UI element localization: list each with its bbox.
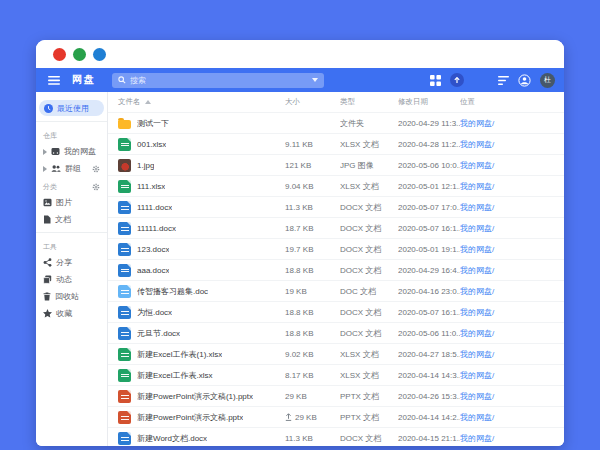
sidebar-item-groups[interactable]: 群组 <box>36 160 107 177</box>
upload-button[interactable] <box>450 73 464 87</box>
table-row[interactable]: 1.jpg 121 KB JPG 图像 2020-05-06 10:0... 我… <box>108 154 564 175</box>
file-name: 11111.docx <box>137 224 176 233</box>
file-type: XLSX 文档 <box>340 139 398 150</box>
table-row[interactable]: 123.docx 19.7 KB DOCX 文档 2020-05-01 19:1… <box>108 238 564 259</box>
file-modified-date: 2020-04-28 11:2... <box>398 140 460 149</box>
gear-icon[interactable] <box>92 165 100 173</box>
table-row[interactable]: aaa.docx 18.8 KB DOCX 文档 2020-04-29 16:4… <box>108 259 564 280</box>
sidebar-item-activity[interactable]: 动态 <box>36 271 107 288</box>
file-size: 18.8 KB <box>285 329 313 338</box>
location-link[interactable]: 我的网盘/ <box>460 140 494 149</box>
file-type-icon <box>118 285 131 298</box>
app-window: 网盘 杜 <box>36 40 564 446</box>
location-link[interactable]: 我的网盘/ <box>460 119 494 128</box>
minimize-window-button[interactable] <box>73 48 86 61</box>
table-row[interactable]: 001.xlsx 9.11 KB XLSX 文档 2020-04-28 11:2… <box>108 133 564 154</box>
hamburger-menu-icon[interactable] <box>47 76 61 85</box>
search-input[interactable] <box>130 73 308 88</box>
close-window-button[interactable] <box>53 48 66 61</box>
table-row[interactable]: 传智播客习题集.doc 19 KB DOC 文档 2020-04-16 23:0… <box>108 280 564 301</box>
file-type-icon <box>118 222 131 235</box>
file-modified-date: 2020-05-01 12:1... <box>398 182 460 191</box>
file-modified-date: 2020-04-29 11:3... <box>398 119 460 128</box>
location-link[interactable]: 我的网盘/ <box>460 308 494 317</box>
expand-caret-icon[interactable] <box>43 166 47 172</box>
file-size: 29 KB <box>285 392 307 401</box>
location-link[interactable]: 我的网盘/ <box>460 161 494 170</box>
sidebar-item-trash[interactable]: 回收站 <box>36 288 107 305</box>
file-type: PPTX 文档 <box>340 391 398 402</box>
location-link[interactable]: 我的网盘/ <box>460 224 494 233</box>
table-row[interactable]: 元旦节.docx 18.8 KB DOCX 文档 2020-05-06 11:0… <box>108 322 564 343</box>
window-titlebar <box>36 40 564 68</box>
column-header-location[interactable]: 位置 <box>460 97 564 107</box>
file-type-icon <box>118 180 131 193</box>
sidebar-item-documents[interactable]: 文档 <box>36 211 107 228</box>
file-modified-date: 2020-05-07 17:0... <box>398 203 460 212</box>
sidebar-item-share[interactable]: 分享 <box>36 254 107 271</box>
table-row[interactable]: 1111.docx 11.3 KB DOCX 文档 2020-05-07 17:… <box>108 196 564 217</box>
apps-grid-icon[interactable] <box>430 75 441 86</box>
table-row[interactable]: 新建Word文档.docx 11.3 KB DOCX 文档 2020-04-15… <box>108 427 564 446</box>
file-type: DOCX 文档 <box>340 244 398 255</box>
table-header: 文件名 大小 类型 修改日期 位置 <box>108 92 564 112</box>
location-link[interactable]: 我的网盘/ <box>460 245 494 254</box>
sidebar-item-my-drive[interactable]: 我的网盘 <box>36 143 107 160</box>
account-icon[interactable] <box>518 74 531 87</box>
location-link[interactable]: 我的网盘/ <box>460 392 494 401</box>
file-size: 19 KB <box>285 287 307 296</box>
location-link[interactable]: 我的网盘/ <box>460 182 494 191</box>
file-name: 新建Excel工作表.xlsx <box>137 370 213 381</box>
table-row[interactable]: 新建PowerPoint演示文稿(1).pptx 29 KB PPTX 文档 2… <box>108 385 564 406</box>
sort-caret-icon[interactable] <box>145 100 151 104</box>
file-type: DOC 文档 <box>340 286 398 297</box>
table-row[interactable]: 新建Excel工作表(1).xlsx 9.02 KB XLSX 文档 2020-… <box>108 343 564 364</box>
location-link[interactable]: 我的网盘/ <box>460 371 494 380</box>
file-type-icon <box>118 348 131 361</box>
file-type-icon <box>118 306 131 319</box>
location-link[interactable]: 我的网盘/ <box>460 287 494 296</box>
table-row[interactable]: 11111.docx 18.7 KB DOCX 文档 2020-05-07 16… <box>108 217 564 238</box>
maximize-window-button[interactable] <box>93 48 106 61</box>
location-link[interactable]: 我的网盘/ <box>460 329 494 338</box>
location-link[interactable]: 我的网盘/ <box>460 434 494 443</box>
column-header-name[interactable]: 文件名 <box>108 97 285 107</box>
location-link[interactable]: 我的网盘/ <box>460 350 494 359</box>
search-filter-caret-icon[interactable] <box>312 78 318 82</box>
file-name: 为恒.docx <box>137 307 172 318</box>
file-size: 8.17 KB <box>285 371 313 380</box>
avatar[interactable]: 杜 <box>540 73 555 88</box>
file-type-icon <box>118 138 131 151</box>
app-header: 网盘 杜 <box>36 68 564 92</box>
table-row[interactable]: 为恒.docx 18.8 KB DOCX 文档 2020-05-07 16:1.… <box>108 301 564 322</box>
file-name: aaa.docx <box>137 266 169 275</box>
sidebar-item-recent[interactable]: 最近使用 <box>39 100 104 116</box>
file-modified-date: 2020-04-14 14:2... <box>398 413 460 422</box>
sidebar-item-favorites[interactable]: 收藏 <box>36 305 107 322</box>
gear-icon[interactable] <box>92 183 100 191</box>
table-row[interactable]: 新建PowerPoint演示文稿.pptx 29 KB PPTX 文档 2020… <box>108 406 564 427</box>
search-box[interactable] <box>112 73 324 88</box>
sort-list-icon[interactable] <box>498 76 509 85</box>
column-header-date[interactable]: 修改日期 <box>398 97 460 107</box>
sidebar-item-images[interactable]: 图片 <box>36 194 107 211</box>
upload-indicator-icon <box>285 413 292 421</box>
column-header-type[interactable]: 类型 <box>340 97 398 107</box>
column-header-size[interactable]: 大小 <box>285 97 340 107</box>
location-link[interactable]: 我的网盘/ <box>460 203 494 212</box>
location-link[interactable]: 我的网盘/ <box>460 413 494 422</box>
expand-caret-icon[interactable] <box>43 149 47 155</box>
file-name: 新建Excel工作表(1).xlsx <box>137 349 222 360</box>
file-size: 121 KB <box>285 161 311 170</box>
table-row[interactable]: 新建Excel工作表.xlsx 8.17 KB XLSX 文档 2020-04-… <box>108 364 564 385</box>
location-link[interactable]: 我的网盘/ <box>460 266 494 275</box>
file-type: DOCX 文档 <box>340 433 398 444</box>
table-row[interactable]: 111.xlsx 9.04 KB XLSX 文档 2020-05-01 12:1… <box>108 175 564 196</box>
table-row[interactable]: 测试一下 文件夹 2020-04-29 11:3... 我的网盘/ <box>108 112 564 133</box>
file-size: 19.7 KB <box>285 245 313 254</box>
file-modified-date: 2020-05-06 11:0... <box>398 329 460 338</box>
file-modified-date: 2020-04-15 21:1... <box>398 434 460 443</box>
file-name: 传智播客习题集.doc <box>137 286 208 297</box>
file-type: JPG 图像 <box>340 160 398 171</box>
file-type: DOCX 文档 <box>340 265 398 276</box>
